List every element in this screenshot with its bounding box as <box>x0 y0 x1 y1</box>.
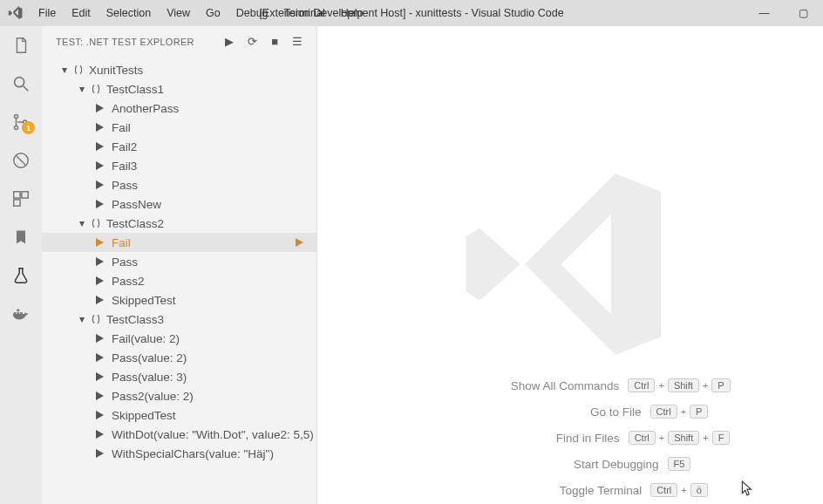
sidebar-header: TEST: .NET TEST EXPLORER ▶ ⟳ ■ ☰ <box>42 26 316 57</box>
shortcut-label: Show All Commands <box>410 379 619 392</box>
namespace-icon <box>89 83 103 95</box>
search-icon[interactable] <box>10 73 31 94</box>
tree-label: Pass(value: 3) <box>112 371 187 384</box>
chevron-down-icon[interactable]: ▾ <box>75 83 89 95</box>
tree-test[interactable]: AnotherPass <box>42 99 316 118</box>
key: F <box>712 431 731 445</box>
refresh-icon[interactable]: ⟳ <box>248 35 257 48</box>
sidebar-title: TEST: .NET TEST EXPLORER <box>56 37 194 47</box>
minimize-button[interactable]: — <box>745 7 784 19</box>
shortcut-row: Start DebuggingF5 <box>450 457 691 471</box>
sidebar-actions: ▶ ⟳ ■ ☰ <box>225 35 303 48</box>
chevron-down-icon[interactable]: ▾ <box>75 313 89 325</box>
menu-terminal[interactable]: Terminal <box>276 7 333 19</box>
tree-test[interactable]: SkippedTest <box>42 405 316 425</box>
tree-test[interactable]: PassNew <box>42 194 316 214</box>
test-explorer-sidebar: TEST: .NET TEST EXPLORER ▶ ⟳ ■ ☰ ▾XunitT… <box>42 26 317 504</box>
stop-icon[interactable]: ■ <box>271 35 278 48</box>
tree-label: TestClass1 <box>106 83 164 96</box>
run-all-icon[interactable]: ▶ <box>225 35 234 48</box>
shortcut-row: Go to FileCtrl+P <box>432 405 709 419</box>
tree-label: Fail(value: 2) <box>112 332 180 345</box>
vscode-logo-icon <box>0 5 31 21</box>
chevron-down-icon[interactable]: ▾ <box>58 64 71 76</box>
tree-test[interactable]: Pass2(value: 2) <box>42 386 316 405</box>
beaker-icon[interactable] <box>10 265 31 286</box>
svg-point-0 <box>15 78 24 87</box>
shortcut-label: Start Debugging <box>450 458 659 471</box>
maximize-button[interactable]: ▢ <box>784 7 823 19</box>
tree-label: XunitTests <box>89 64 143 77</box>
titlebar: FileEditSelectionViewGoDebugTerminalHelp… <box>0 0 823 26</box>
play-icon <box>92 448 106 459</box>
tree-test[interactable]: Fail3 <box>42 156 316 175</box>
tree-label: AnotherPass <box>112 102 179 115</box>
menu-edit[interactable]: Edit <box>64 7 99 19</box>
svg-rect-13 <box>17 310 19 312</box>
chevron-down-icon[interactable]: ▾ <box>75 217 89 229</box>
key: Ctrl <box>629 431 656 445</box>
tree-label: TestClass3 <box>106 313 164 326</box>
key: Ctrl <box>628 378 655 392</box>
tree-test[interactable]: Pass2 <box>42 271 316 290</box>
main-menu: FileEditSelectionViewGoDebugTerminalHelp <box>31 7 371 19</box>
tree-test[interactable]: Fail <box>42 233 316 252</box>
tree-label: Fail <box>112 121 131 134</box>
key: Shift <box>668 378 699 392</box>
tree-label: WithSpecialChars(value: "Häj") <box>112 447 274 460</box>
play-icon <box>92 429 106 439</box>
tree-label: Pass(value: 2) <box>112 351 187 364</box>
tree-test[interactable]: Pass <box>42 252 316 271</box>
workbench: 1 TEST: .NET TEST EXPLORER ▶ ⟳ ■ ☰ ▾Xuni… <box>0 26 823 504</box>
scm-icon[interactable]: 1 <box>10 112 31 133</box>
key: Ctrl <box>650 483 677 497</box>
tree-label: SkippedTest <box>112 409 176 422</box>
bookmark-icon[interactable] <box>10 227 31 248</box>
tree-namespace[interactable]: ▾XunitTests <box>42 60 316 79</box>
key: Ctrl <box>650 405 677 419</box>
vscode-watermark-icon <box>457 151 684 380</box>
play-icon <box>92 103 106 113</box>
window-controls: — ▢ <box>745 7 823 19</box>
tree-test[interactable]: Fail <box>42 118 316 137</box>
tree-test[interactable]: Pass(value: 3) <box>42 367 316 386</box>
tree-test[interactable]: Fail2 <box>42 137 316 156</box>
namespace-icon <box>89 217 103 229</box>
menu-file[interactable]: File <box>31 7 64 19</box>
debug-icon[interactable] <box>10 150 31 171</box>
explorer-icon[interactable] <box>10 35 31 56</box>
tree-test[interactable]: WithDot(value: "With.Dot", value2: 5,5) <box>42 425 316 444</box>
tree-label: Pass2(value: 2) <box>112 390 194 403</box>
tree-label: Pass2 <box>112 275 145 288</box>
tree-namespace[interactable]: ▾TestClass2 <box>42 214 316 233</box>
tree-namespace[interactable]: ▾TestClass1 <box>42 79 316 99</box>
run-test-icon[interactable] <box>292 237 306 248</box>
test-tree[interactable]: ▾XunitTests▾TestClass1AnotherPassFailFai… <box>42 57 316 504</box>
show-log-icon[interactable]: ☰ <box>292 35 303 48</box>
play-icon <box>92 237 106 248</box>
cursor-icon <box>741 480 753 499</box>
docker-icon[interactable] <box>10 303 31 324</box>
svg-rect-9 <box>14 200 20 206</box>
tree-test[interactable]: Pass(value: 2) <box>42 348 316 367</box>
key: Shift <box>668 431 699 445</box>
tree-test[interactable]: WithSpecialChars(value: "Häj") <box>42 444 316 463</box>
plus: + <box>703 432 708 443</box>
tree-test[interactable]: Pass <box>42 175 316 194</box>
tree-test[interactable]: SkippedTest <box>42 290 316 310</box>
tree-label: Fail3 <box>112 160 137 173</box>
tree-test[interactable]: Fail(value: 2) <box>42 329 316 348</box>
tree-label: SkippedTest <box>112 294 176 307</box>
menu-view[interactable]: View <box>159 7 198 19</box>
svg-point-2 <box>14 115 17 119</box>
menu-go[interactable]: Go <box>198 7 228 19</box>
namespace-icon <box>71 64 85 76</box>
shortcut-keys: Ctrl+Shift+P <box>628 378 730 392</box>
menu-help[interactable]: Help <box>333 7 371 19</box>
menu-selection[interactable]: Selection <box>99 7 159 19</box>
tree-label: Fail2 <box>112 140 137 153</box>
extensions-icon[interactable] <box>10 188 31 209</box>
play-icon <box>92 333 106 344</box>
menu-debug[interactable]: Debug <box>228 7 276 19</box>
tree-namespace[interactable]: ▾TestClass3 <box>42 310 316 329</box>
